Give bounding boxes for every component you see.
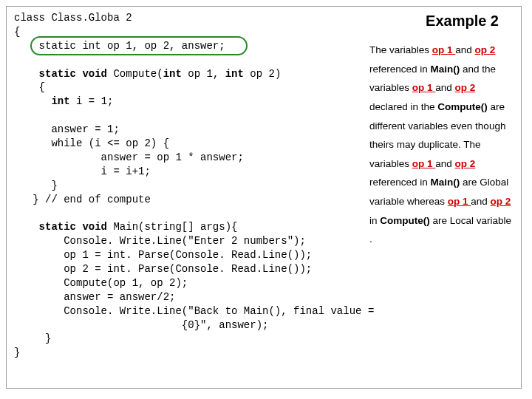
desc-text: variables xyxy=(369,82,412,93)
code-line: } xyxy=(14,180,58,191)
code-line: answer = op 1 * answer; xyxy=(14,151,244,163)
code-block: class Class.Globa 2 { static int op 1, o… xyxy=(14,11,374,360)
var-op2: op 2 xyxy=(491,196,511,207)
desc-text: and xyxy=(471,196,490,207)
code-line: static void Main(string[] args){ xyxy=(14,221,237,233)
code-line: i = i+1; xyxy=(14,166,151,177)
desc-text: referenced in xyxy=(369,177,431,188)
var-op1: op 1 xyxy=(412,158,436,169)
desc-text: and xyxy=(435,158,454,169)
code-line: answer = 1; xyxy=(14,123,120,135)
main-ref: Main() xyxy=(431,177,460,188)
var-op2: op 2 xyxy=(455,82,476,93)
code-line: Console. Write.Line("Back to Main(), fin… xyxy=(14,305,374,317)
code-line: } xyxy=(14,347,20,358)
main-ref: Main() xyxy=(431,64,460,75)
code-line: } // end of compute xyxy=(14,194,151,205)
desc-text: and xyxy=(455,44,474,55)
code-line: Compute(op 1, op 2); xyxy=(14,277,188,289)
code-line: op 2 = int. Parse(Console. Read.Line()); xyxy=(14,263,312,275)
code-line: { xyxy=(14,81,45,93)
code-line: { xyxy=(14,26,20,38)
code-line: op 1 = int. Parse(Console. Read.Line()); xyxy=(14,249,312,261)
desc-text: are xyxy=(430,215,447,226)
code-line: while (i <= op 2) { xyxy=(14,137,169,149)
desc-text: and xyxy=(435,82,454,93)
code-line: class Class.Globa 2 xyxy=(14,12,132,24)
slide-container: Example 2 class Class.Globa 2 { static i… xyxy=(6,6,522,389)
desc-text: and the xyxy=(460,64,496,75)
var-op1: op 1 xyxy=(412,82,436,93)
desc-text: in xyxy=(369,215,380,226)
compute-ref: Compute() xyxy=(437,101,488,112)
var-op2: op 2 xyxy=(475,44,496,55)
description-text: The variables op 1 and op 2 referenced i… xyxy=(369,41,514,249)
code-line: Console. Write.Line("Enter 2 numbers"); xyxy=(14,235,306,247)
var-op1: op 1 xyxy=(432,44,456,55)
desc-text: referenced in xyxy=(369,64,431,75)
example-title: Example 2 xyxy=(426,13,499,30)
desc-text: are xyxy=(460,177,477,188)
code-line: {0}", answer); xyxy=(14,319,268,331)
code-line: int i = 1; xyxy=(14,95,113,107)
var-op2: op 2 xyxy=(455,158,476,169)
code-line: answer = answer/2; xyxy=(14,291,175,303)
var-op1: op 1 xyxy=(448,196,471,207)
desc-text: declared in the xyxy=(369,101,437,112)
code-line: } xyxy=(14,332,51,344)
code-line: static int op 1, op 2, answer; xyxy=(14,40,225,52)
desc-text: The variables xyxy=(369,44,432,55)
compute-ref: Compute() xyxy=(380,215,430,226)
code-line: static void Compute(int op 1, int op 2) xyxy=(14,68,281,80)
